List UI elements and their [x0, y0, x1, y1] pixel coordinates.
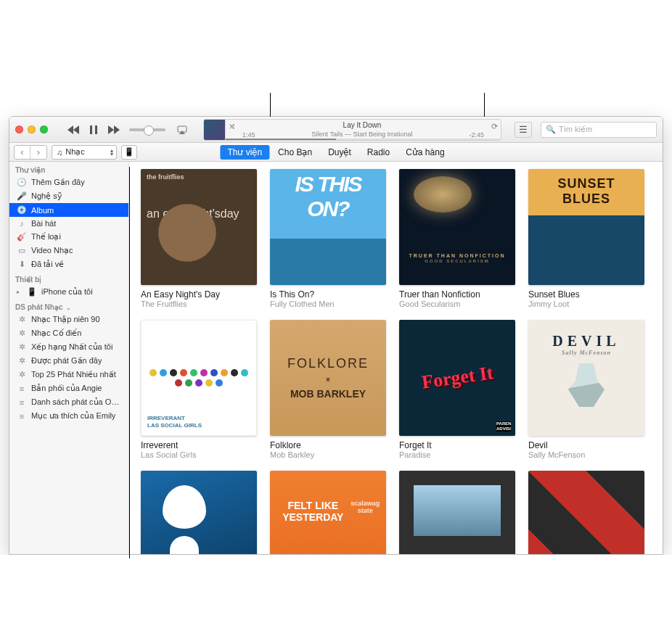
sidebar-item-icon: 🎤: [17, 191, 27, 201]
album-item[interactable]: SUNSET BLUESSunset BluesJimmy Loot: [528, 169, 644, 308]
album-item[interactable]: the fruitfliesan easynight'sdayAn Easy N…: [141, 169, 257, 308]
album-cover[interactable]: IRREVERANTLAS SOCIAL GIRLS: [141, 320, 257, 436]
sidebar-item-icon: ≡: [17, 398, 27, 407]
album-cover[interactable]: SUNSET BLUES: [528, 169, 644, 285]
nav-tabs: Thư việnCho BạnDuyệtRadioCửa hàng: [220, 145, 451, 160]
album-item[interactable]: Forget ItPARENTAL ADVISORYForget ItParad…: [399, 320, 515, 459]
tab-radio[interactable]: Radio: [360, 145, 397, 160]
album-item[interactable]: IS THIS ON?Is This On?Fully Clothed Men: [270, 169, 386, 308]
sidebar-item[interactable]: ✲Xếp hạng Nhất của tôi: [9, 340, 128, 354]
forward-button[interactable]: ›: [30, 146, 46, 159]
album-artist: Sally McFenson: [528, 450, 644, 459]
album-item[interactable]: [399, 471, 515, 554]
next-track-button[interactable]: [106, 122, 122, 138]
tab-thư-viện[interactable]: Thư viện: [220, 145, 269, 160]
zoom-button[interactable]: [40, 125, 48, 133]
sidebar-item[interactable]: ♪Bài hát: [9, 217, 128, 230]
shuffle-icon[interactable]: ⤨: [226, 120, 238, 131]
prev-track-button[interactable]: [65, 122, 81, 138]
sidebar-item[interactable]: ▸📱iPhone của tôi: [9, 285, 128, 299]
now-playing-artwork: [204, 119, 226, 141]
media-type-selector[interactable]: ♫ Nhạc ▴▾: [52, 145, 117, 160]
repeat-icon[interactable]: ⟳: [488, 120, 501, 131]
svg-rect-0: [90, 125, 92, 134]
album-item[interactable]: DEVILSally McFensonDevilSally McFenson: [528, 320, 644, 459]
up-next-button[interactable]: ☰: [515, 122, 532, 138]
sidebar-item[interactable]: ⬇Đã tải về: [9, 257, 128, 271]
album-cover[interactable]: FOLKLORE×MOB BARKLEY: [270, 320, 386, 436]
sidebar-item[interactable]: ✲Được phát Gần đây: [9, 354, 128, 368]
album-artist: Mob Barkley: [270, 450, 386, 459]
album-title: Folklore: [270, 440, 386, 450]
sidebar-item-label: Thể loại: [31, 232, 61, 242]
album-cover[interactable]: the fruitfliesan easynight'sday: [141, 169, 257, 285]
svg-rect-1: [95, 125, 97, 134]
album-title: Devil: [528, 440, 644, 450]
now-playing-info: Lay It Down Silent Tails — Start Being I…: [258, 120, 467, 139]
sidebar-item-label: Nghệ sỹ: [31, 191, 62, 201]
album-cover[interactable]: FELT LIKE YESTERDAYscalawag state: [270, 471, 386, 554]
album-item[interactable]: IRREVERANTLAS SOCIAL GIRLSIrreverentLas …: [141, 320, 257, 459]
album-cover[interactable]: TRUER THAN NONFICTIONGOOD SECULARISM: [399, 169, 515, 285]
tab-cửa-hàng[interactable]: Cửa hàng: [398, 145, 451, 160]
minimize-button[interactable]: [28, 125, 36, 133]
sidebar-item[interactable]: ✲Top 25 Phát Nhiều nhất: [9, 368, 128, 381]
album-artist: Las Social Girls: [141, 450, 257, 459]
sidebar-item-icon: 🎸: [17, 232, 27, 242]
album-cover[interactable]: DEVILSally McFenson: [528, 320, 644, 436]
sidebar-item-label: Album: [31, 206, 54, 215]
sidebar-item-icon: ✲: [17, 315, 27, 324]
search-input[interactable]: 🔍 Tìm kiếm: [541, 122, 657, 138]
tab-duyệt[interactable]: Duyệt: [321, 145, 358, 160]
album-cover[interactable]: Forget ItPARENTAL ADVISORY: [399, 320, 515, 436]
sidebar-header-library: Thư viện: [9, 162, 128, 176]
sidebar-item-label: Đã tải về: [31, 260, 64, 269]
album-cover[interactable]: [528, 471, 644, 554]
close-button[interactable]: [15, 125, 23, 133]
album-artist: The Fruitflies: [141, 300, 257, 308]
track-title: Lay It Down: [258, 121, 467, 130]
now-playing-display[interactable]: ⤨ 1:45 Lay It Down Silent Tails — Start …: [203, 119, 501, 141]
sidebar-item-label: Video Nhạc: [31, 246, 73, 255]
airplay-button[interactable]: [174, 122, 190, 138]
sidebar-item[interactable]: 🕒Thêm Gần đây: [9, 176, 128, 189]
tab-cho-bạn[interactable]: Cho Bạn: [271, 145, 319, 160]
album-item[interactable]: FELT LIKE YESTERDAYscalawag state: [270, 471, 386, 554]
sidebar-item[interactable]: ≡Mục ưa thích của Emily: [9, 409, 128, 423]
sidebar-item[interactable]: 💿Album: [9, 203, 128, 217]
sidebar-item-icon: ≡: [17, 412, 27, 421]
sidebar-item-icon: ✲: [17, 329, 27, 338]
back-button[interactable]: ‹: [15, 146, 30, 159]
chevron-updown-icon: ▴▾: [110, 149, 113, 156]
sidebar-item[interactable]: ≡Danh sách phát của O…: [9, 395, 128, 409]
window-controls: [15, 125, 48, 133]
disclosure-triangle-icon[interactable]: ▸: [17, 289, 22, 295]
album-cover[interactable]: HOLIDAY STANDARDS: [141, 471, 257, 554]
sidebar-item[interactable]: 🎸Thể loại: [9, 230, 128, 244]
album-item[interactable]: [528, 471, 644, 554]
sidebar-item[interactable]: ✲Nhạc Cổ điển: [9, 326, 128, 340]
sidebar-item-label: Được phát Gần đây: [31, 356, 102, 366]
sidebar-item-icon: ≡: [17, 384, 27, 393]
album-cover[interactable]: [399, 471, 515, 554]
album-item[interactable]: TRUER THAN NONFICTIONGOOD SECULARISMTrue…: [399, 169, 515, 308]
play-pause-button[interactable]: [86, 122, 102, 138]
album-grid-view[interactable]: the fruitfliesan easynight'sdayAn Easy N…: [129, 162, 663, 554]
sidebar-item-label: Mục ưa thích của Emily: [31, 411, 115, 421]
progress-bar[interactable]: [226, 139, 501, 140]
sidebar-item[interactable]: 🎤Nghệ sỹ: [9, 189, 128, 203]
sidebar-item-label: Bản phối của Angie: [31, 384, 102, 393]
album-item[interactable]: HOLIDAY STANDARDS: [141, 471, 257, 554]
device-button[interactable]: 📱: [121, 145, 137, 160]
sidebar-item[interactable]: ✲Nhạc Thập niên 90: [9, 313, 128, 326]
itunes-window: ⤨ 1:45 Lay It Down Silent Tails — Start …: [9, 116, 663, 555]
sidebar-item-label: Danh sách phát của O…: [31, 397, 119, 407]
album-item[interactable]: FOLKLORE×MOB BARKLEYFolkloreMob Barkley: [270, 320, 386, 459]
sidebar-item[interactable]: ≡Bản phối của Angie: [9, 381, 128, 395]
chevron-down-icon[interactable]: ⌄: [64, 305, 70, 311]
sidebar-item-icon: ♪: [17, 219, 27, 228]
album-cover[interactable]: IS THIS ON?: [270, 169, 386, 285]
volume-slider[interactable]: [129, 128, 165, 131]
sidebar: Thư viện 🕒Thêm Gần đây🎤Nghệ sỹ💿Album♪Bài…: [9, 162, 129, 554]
sidebar-item[interactable]: ▭Video Nhạc: [9, 244, 128, 257]
